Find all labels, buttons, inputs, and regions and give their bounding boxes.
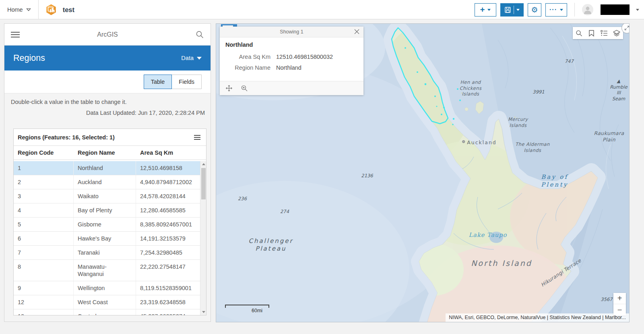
table-row[interactable]: 2 Auckland 4,940.87948712002 [14, 175, 200, 189]
table-row[interactable]: 13 Canterbury 45,207.06295274 [14, 309, 200, 315]
cell-area[interactable]: 24,578.42028144 [136, 189, 200, 203]
cell-region-name[interactable]: Canterbury [74, 309, 136, 315]
panel-title: ArcGIS [20, 31, 195, 38]
user-icon [582, 4, 593, 15]
cell-region-name[interactable]: Manawatu-Wanganui [74, 260, 136, 281]
cell-region-name[interactable]: Wellington [74, 281, 136, 295]
zoom-control: + − [613, 293, 626, 315]
zoom-to-feature-icon[interactable] [241, 85, 248, 92]
cell-region-name[interactable]: Hawke's Bay [74, 232, 136, 245]
side-panel: ArcGIS Regions Data Table Fields Double-… [4, 23, 211, 322]
cell-region-name[interactable]: Waikato [74, 189, 136, 203]
close-icon[interactable] [354, 29, 359, 34]
popup-field-value: Northland [276, 64, 301, 71]
last-updated-text: Data Last Updated: Jun 17, 2020, 2:28:24… [11, 110, 206, 116]
zoom-in-button[interactable]: + [613, 293, 626, 304]
layers-icon[interactable] [610, 27, 623, 39]
more-options-button[interactable]: ··· [545, 3, 567, 17]
map-canvas[interactable]: Hen and Chickens Islands 747 3991 ▲ Rumb… [216, 23, 630, 322]
popup-header[interactable]: Showing 1 [220, 27, 363, 37]
bookmarks-icon[interactable] [585, 27, 598, 39]
chevron-down-icon [487, 9, 491, 11]
gear-icon: ⚙ [531, 5, 538, 15]
cell-region-code[interactable]: 5 [14, 218, 74, 231]
table-row[interactable]: 6 Hawke's Bay 14,191.32153579 [14, 232, 200, 246]
ellipsis-icon: ··· [549, 6, 557, 13]
feature-popup: Showing 1 Northland Area Sq Km 12510.469… [220, 27, 363, 95]
cell-region-name[interactable]: Taranaki [74, 246, 136, 259]
scrollbar-thumb[interactable] [201, 168, 206, 199]
username-redacted [601, 4, 630, 15]
cell-region-code[interactable]: 3 [14, 189, 74, 203]
column-header: Region Code [18, 149, 78, 156]
chevron-down-icon [26, 8, 31, 11]
scroll-up-arrow[interactable] [200, 161, 206, 167]
table-row[interactable]: 12 West Coast 23,319.62348558 [14, 295, 200, 309]
cell-region-name[interactable]: Gisborne [74, 218, 136, 231]
scroll-down-arrow[interactable] [200, 309, 206, 315]
cell-area[interactable]: 14,191.32153579 [136, 232, 200, 245]
table-row[interactable]: 7 Taranaki 7,254.32980485 [14, 246, 200, 260]
popup-field-value: 12510.469815800032 [276, 54, 333, 60]
table-row[interactable]: 5 Gisborne 8,385.80924657001 [14, 218, 200, 232]
cell-region-code[interactable]: 7 [14, 246, 74, 259]
add-button[interactable]: + [475, 3, 496, 17]
cell-area[interactable]: 4,940.87948712002 [136, 175, 200, 189]
cell-region-code[interactable]: 13 [14, 309, 74, 315]
chevron-down-icon[interactable] [636, 9, 639, 11]
table-row[interactable]: 4 Bay of Plenty 12,280.46585585 [14, 203, 200, 218]
tab-table-label: Table [151, 79, 165, 85]
cell-area[interactable]: 45,207.06295274 [136, 309, 200, 315]
cell-region-code[interactable]: 12 [14, 295, 74, 309]
cell-area[interactable]: 12,510.4698158 [136, 161, 200, 175]
table-menu-icon[interactable] [194, 134, 200, 141]
cell-area[interactable]: 8,385.80924657001 [136, 218, 200, 231]
popup-field: Area Sq Km 12510.469815800032 [225, 54, 358, 60]
tab-fields[interactable]: Fields [171, 75, 202, 89]
cell-area[interactable]: 8,119.51528359001 [136, 281, 200, 295]
cell-region-name[interactable]: West Coast [74, 295, 136, 309]
cell-region-code[interactable]: 1 [14, 161, 74, 175]
home-label: Home [7, 6, 23, 13]
save-button[interactable] [500, 3, 524, 17]
tab-table[interactable]: Table [144, 75, 172, 89]
cell-region-code[interactable]: 6 [14, 232, 74, 245]
map-search-icon[interactable] [573, 27, 585, 39]
cell-region-name[interactable]: Bay of Plenty [74, 203, 136, 217]
home-menu-button[interactable]: Home [0, 0, 38, 19]
menu-icon[interactable] [11, 30, 20, 39]
map-toolbar [573, 27, 623, 39]
table-row[interactable]: 9 Wellington 8,119.51528359001 [14, 281, 200, 295]
divider [38, 0, 39, 19]
table-scrollbar[interactable] [200, 161, 206, 315]
dashboard-app-icon [45, 4, 57, 16]
table-row[interactable]: 3 Waikato 24,578.42028144 [14, 189, 200, 203]
cell-area[interactable]: 23,319.62348558 [136, 295, 200, 309]
cell-region-code[interactable]: 9 [14, 281, 74, 295]
table-row[interactable]: 1 Northland 12,510.4698158 [14, 161, 200, 175]
cell-region-code[interactable]: 4 [14, 203, 74, 217]
search-icon[interactable] [195, 30, 204, 39]
cell-region-code[interactable]: 2 [14, 175, 74, 189]
chevron-down-icon [560, 9, 563, 11]
pan-to-feature-icon[interactable] [225, 85, 233, 92]
cell-area[interactable]: 22,220.27548147 [136, 260, 200, 281]
avatar[interactable] [582, 4, 593, 15]
features-table: Regions (Features: 16, Selected: 1) Regi… [13, 129, 206, 315]
scale-bar [225, 305, 269, 308]
chevron-down-icon [516, 9, 520, 11]
cell-region-code[interactable]: 8 [14, 260, 74, 281]
settings-button[interactable]: ⚙ [528, 3, 541, 17]
table-title: Regions (Features: 16, Selected: 1) [18, 134, 194, 141]
column-header: Region Name [78, 149, 140, 156]
app-title: test [63, 6, 74, 14]
cell-area[interactable]: 7,254.32980485 [136, 246, 200, 259]
cell-region-name[interactable]: Auckland [74, 175, 136, 189]
data-dropdown[interactable]: Data [181, 55, 202, 61]
cell-area[interactable]: 12,280.46585585 [136, 203, 200, 217]
legend-icon[interactable] [598, 27, 610, 39]
cell-region-name[interactable]: Northland [74, 161, 136, 175]
save-icon [504, 6, 511, 13]
table-row[interactable]: 8 Manawatu-Wanganui 22,220.27548147 [14, 260, 200, 281]
plus-icon: + [480, 5, 485, 15]
